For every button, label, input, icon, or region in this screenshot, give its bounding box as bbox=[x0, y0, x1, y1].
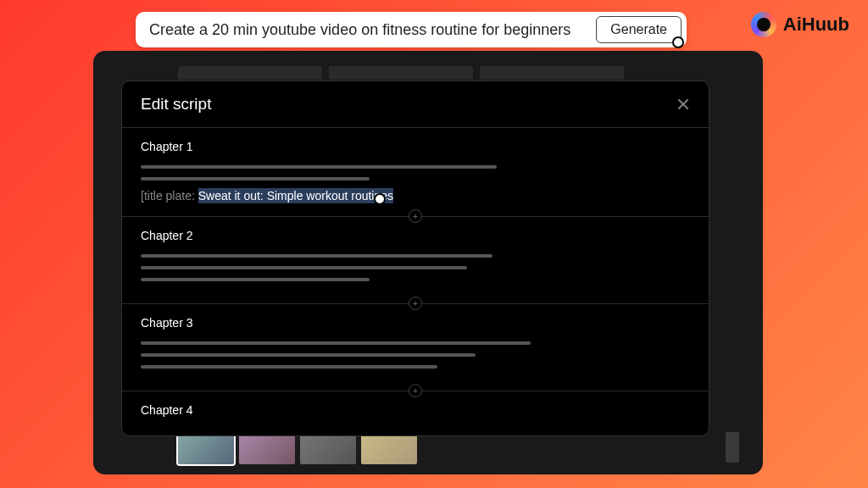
cursor-icon bbox=[672, 36, 684, 48]
generate-button[interactable]: Generate bbox=[596, 16, 682, 43]
brand-mark-icon bbox=[751, 12, 776, 37]
add-chapter-icon[interactable]: + bbox=[409, 209, 422, 223]
prompt-input[interactable] bbox=[149, 21, 596, 39]
chapter-block[interactable]: Chapter 3 + bbox=[122, 304, 709, 391]
modal-header: Edit script bbox=[122, 81, 709, 128]
close-icon[interactable] bbox=[676, 97, 690, 111]
script-line bbox=[141, 165, 497, 169]
prompt-bar: Generate bbox=[136, 12, 687, 47]
script-line bbox=[141, 353, 476, 357]
brand-logo: AiHuub bbox=[751, 12, 849, 37]
script-line bbox=[141, 266, 467, 269]
chapter-title: Chapter 4 bbox=[141, 403, 690, 417]
chapter-block[interactable]: Chapter 2 + bbox=[122, 217, 709, 304]
script-line bbox=[141, 341, 531, 345]
chapter-block[interactable]: Chapter 1 [title plate: Sweat it out: Si… bbox=[122, 128, 709, 217]
cursor-icon bbox=[374, 193, 386, 205]
add-chapter-icon[interactable]: + bbox=[409, 384, 422, 397]
chapter-title: Chapter 2 bbox=[141, 229, 690, 242]
chapter-title: Chapter 1 bbox=[141, 140, 690, 153]
editor-tab[interactable] bbox=[480, 66, 624, 80]
chapter-title: Chapter 3 bbox=[141, 316, 690, 330]
add-chapter-icon[interactable]: + bbox=[409, 297, 422, 310]
title-plate-text[interactable]: [title plate: Sweat it out: Simple worko… bbox=[141, 189, 690, 202]
editor-tabs bbox=[178, 66, 624, 80]
chapter-block[interactable]: Chapter 4 bbox=[122, 391, 709, 436]
script-line bbox=[141, 278, 370, 281]
modal-title: Edit script bbox=[141, 95, 211, 114]
title-plate-value: Sweat it out: Simple workout routines bbox=[198, 188, 393, 203]
editor-tab[interactable] bbox=[329, 66, 473, 80]
editor-tab[interactable] bbox=[178, 66, 322, 80]
title-plate-prefix: [title plate: bbox=[141, 189, 198, 202]
script-line bbox=[141, 177, 370, 180]
brand-name: AiHuub bbox=[783, 14, 849, 36]
edit-script-modal: Edit script Chapter 1 [title plate: Swea… bbox=[121, 80, 709, 436]
scrollbar[interactable] bbox=[726, 432, 739, 463]
script-line bbox=[141, 254, 492, 258]
script-line bbox=[141, 365, 437, 369]
